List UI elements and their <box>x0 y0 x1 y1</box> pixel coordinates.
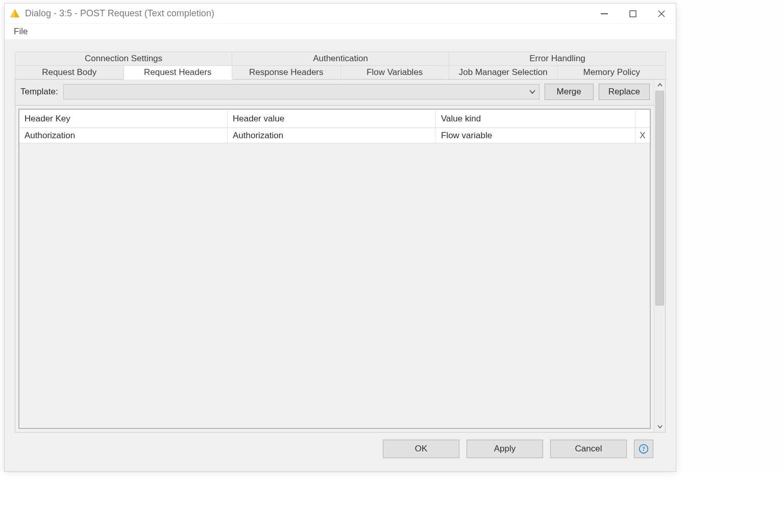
svg-rect-2 <box>601 13 608 14</box>
headers-table: Header Key Header value Value kind Autho… <box>18 109 651 429</box>
cell-value-kind[interactable]: Flow variable <box>436 128 635 143</box>
scroll-track[interactable] <box>654 91 665 421</box>
menu-bar: File <box>5 24 676 39</box>
tab-memory-policy[interactable]: Memory Policy <box>557 65 667 80</box>
cancel-button[interactable]: Cancel <box>550 440 627 458</box>
help-button[interactable]: ? <box>634 440 653 458</box>
window-title: Dialog - 3:5 - POST Request (Text comple… <box>25 8 214 19</box>
ok-button[interactable]: OK <box>383 440 459 458</box>
dialog-footer: OK Apply Cancel ? <box>15 433 666 465</box>
dialog-window: Dialog - 3:5 - POST Request (Text comple… <box>4 3 676 472</box>
delete-row-button[interactable]: X <box>635 128 650 143</box>
template-toolbar: Template: Merge Replace <box>15 80 654 106</box>
maximize-button[interactable] <box>619 4 647 24</box>
apply-button[interactable]: Apply <box>467 440 543 458</box>
close-button[interactable] <box>647 4 676 24</box>
minimize-button[interactable] <box>590 4 619 24</box>
scroll-up-icon[interactable] <box>654 80 665 91</box>
tab-connection-settings[interactable]: Connection Settings <box>15 52 232 66</box>
table-body: Authorization Authorization Flow variabl… <box>19 128 650 428</box>
column-header-delete <box>635 110 650 128</box>
merge-button[interactable]: Merge <box>545 84 594 100</box>
scroll-thumb[interactable] <box>655 91 664 306</box>
scroll-down-icon[interactable] <box>654 421 665 432</box>
table-row[interactable]: Authorization Authorization Flow variabl… <box>19 128 650 143</box>
title-bar: Dialog - 3:5 - POST Request (Text comple… <box>5 4 676 24</box>
tab-error-handling[interactable]: Error Handling <box>449 52 666 66</box>
background-band <box>0 473 784 532</box>
column-header-key[interactable]: Header Key <box>19 110 228 128</box>
svg-rect-3 <box>630 11 636 17</box>
replace-button[interactable]: Replace <box>599 84 650 100</box>
tab-authentication[interactable]: Authentication <box>232 52 449 66</box>
chevron-down-icon <box>529 88 536 95</box>
table-header: Header Key Header value Value kind <box>19 110 650 128</box>
svg-text:?: ? <box>642 446 645 452</box>
column-header-value[interactable]: Header value <box>228 110 436 128</box>
app-icon <box>10 9 20 19</box>
cell-header-value[interactable]: Authorization <box>228 128 436 143</box>
cell-header-key[interactable]: Authorization <box>19 128 228 143</box>
tab-panel: Template: Merge Replace Hea <box>15 79 666 433</box>
tab-strip: Connection Settings Authentication Error… <box>15 52 666 80</box>
tab-request-body[interactable]: Request Body <box>15 65 124 80</box>
template-combo[interactable] <box>63 84 540 99</box>
tab-job-manager-selection[interactable]: Job Manager Selection <box>449 65 558 80</box>
help-icon: ? <box>639 444 649 454</box>
vertical-scrollbar[interactable] <box>654 80 665 432</box>
tab-flow-variables[interactable]: Flow Variables <box>340 65 450 80</box>
client-area: Connection Settings Authentication Error… <box>5 39 676 471</box>
template-label: Template: <box>19 87 58 97</box>
menu-file[interactable]: File <box>9 26 33 38</box>
tab-request-headers[interactable]: Request Headers <box>124 65 233 80</box>
tab-response-headers[interactable]: Response Headers <box>232 65 341 80</box>
column-header-kind[interactable]: Value kind <box>436 110 635 128</box>
